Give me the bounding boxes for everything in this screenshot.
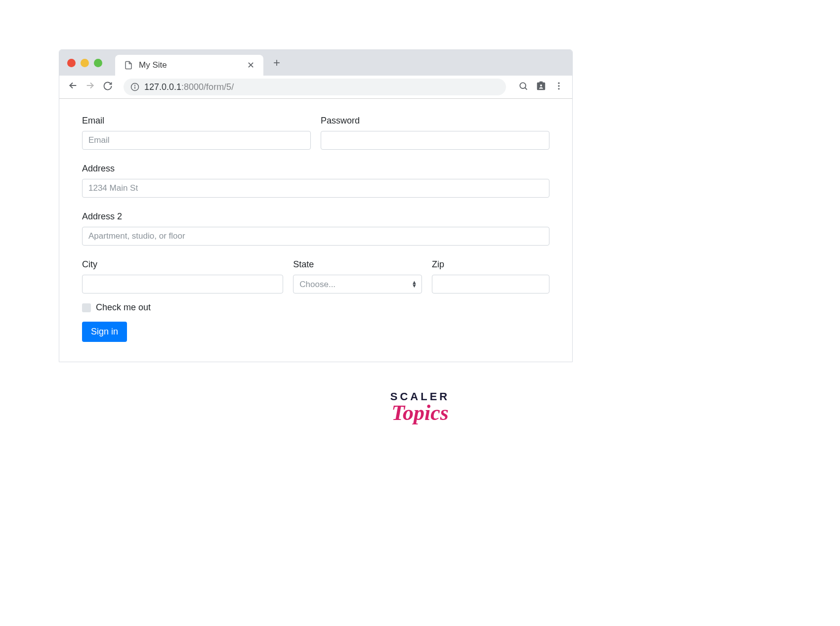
password-group: Password: [321, 116, 549, 150]
zip-label: Zip: [432, 259, 549, 270]
kebab-menu-icon[interactable]: [553, 81, 564, 93]
browser-tab[interactable]: My Site ✕: [115, 55, 263, 76]
zip-input[interactable]: [432, 275, 549, 293]
address-bar[interactable]: 127.0.0.1:8000/form/5/: [124, 79, 506, 95]
city-label: City: [82, 259, 283, 270]
minimize-window-button[interactable]: [81, 59, 89, 67]
search-icon[interactable]: [518, 81, 529, 93]
browser-titlebar: My Site ✕ +: [59, 50, 572, 76]
address2-label: Address 2: [82, 211, 549, 222]
maximize-window-button[interactable]: [94, 59, 102, 67]
email-label: Email: [82, 116, 311, 126]
close-tab-icon[interactable]: ✕: [247, 61, 254, 70]
close-window-button[interactable]: [67, 59, 76, 67]
address-label: Address: [82, 164, 549, 174]
file-icon: [124, 61, 133, 70]
address2-input[interactable]: [82, 227, 549, 246]
scaler-logo: SCALER Topics: [390, 390, 450, 425]
back-button[interactable]: [67, 80, 78, 94]
browser-window: My Site ✕ + 127.0.0.1:8000/form/5/: [59, 49, 573, 362]
checkbox-row: Check me out: [82, 302, 549, 313]
profile-icon[interactable]: [536, 81, 546, 93]
url-host: 127.0.0.1: [144, 82, 181, 92]
city-group: City: [82, 259, 283, 293]
svg-line-6: [525, 88, 527, 90]
tab-title: My Site: [139, 60, 241, 70]
checkbox-input[interactable]: [82, 303, 91, 312]
url-text: 127.0.0.1:8000/form/5/: [144, 82, 499, 92]
email-input[interactable]: [82, 131, 311, 150]
state-select[interactable]: Choose...: [293, 275, 422, 293]
url-path: :8000/form/5/: [181, 82, 234, 92]
email-group: Email: [82, 116, 311, 150]
info-icon[interactable]: [130, 83, 139, 91]
address-group: Address: [82, 164, 549, 198]
svg-point-7: [540, 84, 542, 86]
svg-point-5: [520, 83, 526, 88]
browser-toolbar: 127.0.0.1:8000/form/5/: [59, 76, 572, 99]
city-input[interactable]: [82, 275, 283, 293]
checkbox-label: Check me out: [96, 302, 151, 313]
new-tab-button[interactable]: +: [273, 56, 280, 70]
svg-point-8: [558, 83, 559, 84]
svg-point-10: [558, 88, 559, 89]
svg-point-4: [135, 85, 135, 85]
address2-group: Address 2: [82, 211, 549, 246]
state-label: State: [293, 259, 422, 270]
window-controls: [67, 59, 102, 67]
svg-point-9: [558, 85, 559, 86]
zip-group: Zip: [432, 259, 549, 293]
address-input[interactable]: [82, 179, 549, 198]
forward-button[interactable]: [85, 80, 96, 94]
signin-button[interactable]: Sign in: [82, 322, 127, 342]
page-content: Email Password Address Address 2 City: [59, 99, 572, 362]
reload-button[interactable]: [103, 81, 114, 93]
logo-text-topics: Topics: [390, 400, 450, 425]
state-group: State Choose... ▲▼: [293, 259, 422, 293]
password-input[interactable]: [321, 131, 549, 150]
password-label: Password: [321, 116, 549, 126]
